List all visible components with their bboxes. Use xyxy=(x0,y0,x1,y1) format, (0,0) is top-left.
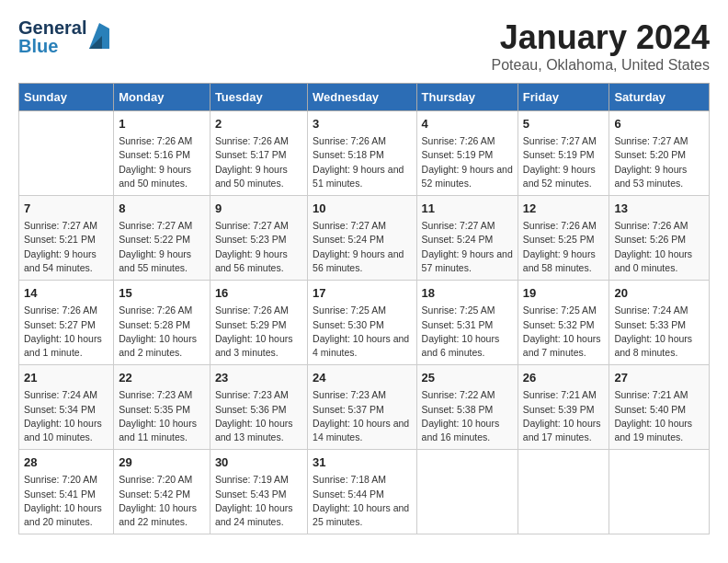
sunrise-text: Sunrise: 7:26 AM xyxy=(215,135,289,146)
day-number: 14 xyxy=(24,285,108,302)
day-number: 19 xyxy=(523,285,605,302)
calendar-cell: 3Sunrise: 7:26 AMSunset: 5:18 PMDaylight… xyxy=(308,111,416,196)
day-sun-info: Sunrise: 7:20 AMSunset: 5:42 PMDaylight:… xyxy=(119,473,205,529)
sunset-text: Sunset: 5:22 PM xyxy=(119,234,190,245)
day-number: 30 xyxy=(215,454,302,471)
day-of-week-saturday: Saturday xyxy=(609,84,710,111)
calendar-cell: 19Sunrise: 7:25 AMSunset: 5:32 PMDayligh… xyxy=(518,281,609,365)
day-number: 8 xyxy=(119,201,205,217)
day-sun-info: Sunrise: 7:26 AMSunset: 5:27 PMDaylight:… xyxy=(24,304,108,360)
sunset-text: Sunset: 5:31 PM xyxy=(422,319,494,330)
day-of-week-friday: Friday xyxy=(518,84,609,111)
calendar-cell: 24Sunrise: 7:23 AMSunset: 5:37 PMDayligh… xyxy=(308,365,416,450)
daylight-text: Daylight: 10 hours and 10 minutes. xyxy=(24,418,102,442)
day-number: 27 xyxy=(614,370,704,386)
sunrise-text: Sunrise: 7:25 AM xyxy=(313,304,386,316)
day-sun-info: Sunrise: 7:18 AMSunset: 5:44 PMDaylight:… xyxy=(313,473,411,529)
day-number: 18 xyxy=(422,285,513,302)
calendar-location: Poteau, Oklahoma, United States xyxy=(492,57,710,74)
page-header: General Blue January 2024 Poteau, Oklaho… xyxy=(18,18,710,74)
sunrise-text: Sunrise: 7:27 AM xyxy=(523,135,597,146)
sunset-text: Sunset: 5:28 PM xyxy=(119,319,190,330)
day-sun-info: Sunrise: 7:26 AMSunset: 5:29 PMDaylight:… xyxy=(215,304,302,360)
day-number: 17 xyxy=(313,285,411,302)
sunset-text: Sunset: 5:19 PM xyxy=(422,149,494,160)
sunset-text: Sunset: 5:30 PM xyxy=(313,319,384,330)
daylight-text: Daylight: 10 hours and 16 minutes. xyxy=(422,418,500,442)
day-sun-info: Sunrise: 7:27 AMSunset: 5:23 PMDaylight:… xyxy=(215,219,302,275)
logo: General Blue xyxy=(18,18,109,55)
day-sun-info: Sunrise: 7:27 AMSunset: 5:24 PMDaylight:… xyxy=(313,219,411,275)
calendar-cell xyxy=(518,450,609,534)
daylight-text: Daylight: 10 hours and 7 minutes. xyxy=(523,333,601,358)
sunset-text: Sunset: 5:24 PM xyxy=(313,234,384,245)
sunrise-text: Sunrise: 7:24 AM xyxy=(24,389,97,400)
sunrise-text: Sunrise: 7:26 AM xyxy=(523,220,597,231)
day-sun-info: Sunrise: 7:23 AMSunset: 5:36 PMDaylight:… xyxy=(215,388,302,444)
day-sun-info: Sunrise: 7:27 AMSunset: 5:20 PMDaylight:… xyxy=(614,134,704,190)
sunset-text: Sunset: 5:42 PM xyxy=(119,488,190,500)
calendar-cell: 27Sunrise: 7:21 AMSunset: 5:40 PMDayligh… xyxy=(609,365,710,450)
day-number: 26 xyxy=(523,370,605,386)
sunset-text: Sunset: 5:18 PM xyxy=(313,149,384,160)
sunrise-text: Sunrise: 7:25 AM xyxy=(422,304,495,316)
sunset-text: Sunset: 5:20 PM xyxy=(614,149,686,160)
calendar-week-5: 28Sunrise: 7:20 AMSunset: 5:41 PMDayligh… xyxy=(19,450,710,534)
sunset-text: Sunset: 5:23 PM xyxy=(215,234,287,245)
sunset-text: Sunset: 5:24 PM xyxy=(422,234,494,245)
sunset-text: Sunset: 5:44 PM xyxy=(313,488,384,500)
day-sun-info: Sunrise: 7:21 AMSunset: 5:39 PMDaylight:… xyxy=(523,388,605,444)
day-number: 29 xyxy=(119,454,205,471)
sunrise-text: Sunrise: 7:23 AM xyxy=(313,389,386,400)
calendar-cell: 22Sunrise: 7:23 AMSunset: 5:35 PMDayligh… xyxy=(114,365,210,450)
sunrise-text: Sunrise: 7:22 AM xyxy=(422,389,495,400)
calendar-cell: 7Sunrise: 7:27 AMSunset: 5:21 PMDaylight… xyxy=(19,196,114,281)
sunset-text: Sunset: 5:43 PM xyxy=(215,488,287,500)
calendar-month-year: January 2024 xyxy=(492,18,710,57)
day-number: 28 xyxy=(24,454,108,471)
sunrise-text: Sunrise: 7:26 AM xyxy=(614,220,688,231)
sunset-text: Sunset: 5:35 PM xyxy=(119,404,190,415)
calendar-cell: 20Sunrise: 7:24 AMSunset: 5:33 PMDayligh… xyxy=(609,281,710,365)
sunrise-text: Sunrise: 7:18 AM xyxy=(313,474,386,485)
calendar-cell: 21Sunrise: 7:24 AMSunset: 5:34 PMDayligh… xyxy=(19,365,114,450)
days-of-week-row: SundayMondayTuesdayWednesdayThursdayFrid… xyxy=(19,84,710,111)
daylight-text: Daylight: 9 hours and 54 minutes. xyxy=(24,248,97,273)
day-sun-info: Sunrise: 7:21 AMSunset: 5:40 PMDaylight:… xyxy=(614,388,704,444)
day-number: 23 xyxy=(215,370,302,386)
sunrise-text: Sunrise: 7:26 AM xyxy=(215,304,289,316)
daylight-text: Daylight: 10 hours and 11 minutes. xyxy=(119,418,197,442)
sunset-text: Sunset: 5:26 PM xyxy=(614,234,686,245)
sunset-text: Sunset: 5:39 PM xyxy=(523,404,595,415)
sunrise-text: Sunrise: 7:27 AM xyxy=(119,220,192,231)
day-number: 22 xyxy=(119,370,205,386)
logo-general-text: General xyxy=(18,18,86,37)
day-sun-info: Sunrise: 7:27 AMSunset: 5:24 PMDaylight:… xyxy=(422,219,513,275)
logo-blue-text: Blue xyxy=(18,37,86,55)
daylight-text: Daylight: 9 hours and 55 minutes. xyxy=(119,248,191,273)
day-sun-info: Sunrise: 7:22 AMSunset: 5:38 PMDaylight:… xyxy=(422,388,513,444)
sunrise-text: Sunrise: 7:27 AM xyxy=(24,220,97,231)
day-sun-info: Sunrise: 7:26 AMSunset: 5:18 PMDaylight:… xyxy=(313,134,411,190)
sunset-text: Sunset: 5:33 PM xyxy=(614,319,686,330)
day-number: 12 xyxy=(523,201,605,217)
calendar-cell: 6Sunrise: 7:27 AMSunset: 5:20 PMDaylight… xyxy=(609,111,710,196)
daylight-text: Daylight: 9 hours and 50 minutes. xyxy=(119,164,191,189)
day-sun-info: Sunrise: 7:20 AMSunset: 5:41 PMDaylight:… xyxy=(24,473,108,529)
day-sun-info: Sunrise: 7:26 AMSunset: 5:19 PMDaylight:… xyxy=(422,134,513,190)
day-number: 4 xyxy=(422,116,513,132)
calendar-cell: 13Sunrise: 7:26 AMSunset: 5:26 PMDayligh… xyxy=(609,196,710,281)
calendar-cell: 31Sunrise: 7:18 AMSunset: 5:44 PMDayligh… xyxy=(308,450,416,534)
day-sun-info: Sunrise: 7:24 AMSunset: 5:33 PMDaylight:… xyxy=(614,304,704,360)
calendar-cell xyxy=(19,111,114,196)
sunset-text: Sunset: 5:40 PM xyxy=(614,404,686,415)
daylight-text: Daylight: 10 hours and 13 minutes. xyxy=(215,418,293,442)
calendar-cell: 4Sunrise: 7:26 AMSunset: 5:19 PMDaylight… xyxy=(416,111,518,196)
day-sun-info: Sunrise: 7:25 AMSunset: 5:32 PMDaylight:… xyxy=(523,304,605,360)
daylight-text: Daylight: 10 hours and 24 minutes. xyxy=(215,502,293,527)
day-of-week-wednesday: Wednesday xyxy=(308,84,416,111)
day-number: 31 xyxy=(313,454,411,471)
calendar-week-3: 14Sunrise: 7:26 AMSunset: 5:27 PMDayligh… xyxy=(19,281,710,365)
day-sun-info: Sunrise: 7:27 AMSunset: 5:22 PMDaylight:… xyxy=(119,219,205,275)
calendar-title-area: January 2024 Poteau, Oklahoma, United St… xyxy=(492,18,710,74)
